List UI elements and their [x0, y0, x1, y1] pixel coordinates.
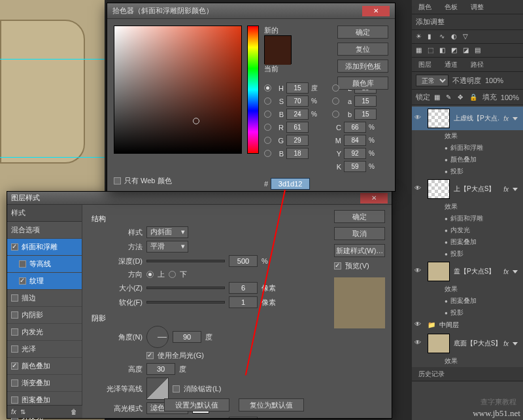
tab-channels[interactable]: 通道: [438, 58, 464, 71]
mixer-icon[interactable]: ◪: [463, 46, 471, 54]
layer-thumb[interactable]: [428, 179, 450, 199]
k-input[interactable]: [344, 161, 366, 172]
fx-item[interactable]: 投影: [412, 248, 523, 260]
web-only-check[interactable]: [114, 177, 121, 184]
bal-icon[interactable]: ⬚: [428, 46, 435, 54]
tab-layers[interactable]: 图层: [412, 58, 438, 71]
m-input[interactable]: [344, 135, 366, 146]
layer-row[interactable]: 👁 上虚线【P大点… fx: [412, 107, 523, 130]
fx-header[interactable]: 效果: [412, 130, 523, 142]
dialog-titlebar[interactable]: 拾色器（斜面和浮雕阴影颜色） ✕: [107, 3, 395, 19]
curves-icon[interactable]: ∿: [439, 33, 447, 41]
bch-radio[interactable]: [264, 150, 271, 157]
fx-header[interactable]: 效果: [412, 201, 523, 213]
fill-value[interactable]: 100%: [501, 94, 519, 101]
checkbox-icon[interactable]: [11, 379, 18, 387]
vibrance-icon[interactable]: ▽: [463, 33, 471, 41]
preview-check[interactable]: [334, 262, 341, 270]
reset-button[interactable]: 复位: [337, 43, 388, 56]
tab-paths[interactable]: 路径: [464, 58, 490, 71]
fx-header[interactable]: 效果: [412, 283, 523, 295]
checkbox-icon[interactable]: [11, 328, 18, 336]
new-style-button[interactable]: 新建样式(W)…: [334, 244, 385, 257]
visibility-icon[interactable]: 👁: [414, 267, 424, 276]
bc-input[interactable]: [354, 109, 377, 120]
l-radio[interactable]: [332, 84, 339, 92]
ok-button[interactable]: 确定: [337, 26, 388, 39]
photo-icon[interactable]: ◩: [451, 46, 459, 54]
chevron-down-icon[interactable]: [513, 188, 518, 191]
chevron-down-icon[interactable]: [513, 270, 518, 273]
layer-name[interactable]: 盖【P大点S】: [454, 267, 499, 276]
fx-item[interactable]: 斜面和浮雕: [412, 142, 523, 154]
lock-brush-icon[interactable]: ✎: [446, 94, 454, 101]
r-radio[interactable]: [264, 124, 271, 131]
visibility-icon[interactable]: 👁: [414, 114, 424, 123]
lock-px-icon[interactable]: ▦: [434, 94, 442, 101]
style-texture[interactable]: 纹理: [7, 273, 82, 290]
b-radio[interactable]: [264, 111, 271, 118]
add-swatch-button[interactable]: 添加到色板: [337, 60, 388, 73]
reset-default-button[interactable]: 复位为默认值: [239, 398, 304, 411]
visibility-icon[interactable]: 👁: [414, 321, 424, 330]
set-default-button[interactable]: 设置为默认值: [164, 398, 229, 411]
layer-folder[interactable]: 👁 📁 中间层: [412, 319, 523, 332]
layer-row[interactable]: 👁 盖【P大点S】 fx: [412, 260, 523, 283]
style-stroke[interactable]: 描边: [7, 290, 82, 307]
layer-name[interactable]: 中间层: [439, 321, 520, 330]
hex-input[interactable]: [271, 178, 310, 190]
g-radio[interactable]: [264, 137, 271, 144]
layer-row[interactable]: 👁 底面【P大点S】 fx: [412, 332, 523, 355]
styles-header[interactable]: 样式: [7, 205, 82, 222]
adjust-icons-row-2[interactable]: ▦ ⬚ ◧ ◩ ◪ ▤: [412, 44, 523, 58]
trash-icon[interactable]: 🗑: [71, 408, 78, 416]
dir-up-radio[interactable]: [146, 271, 154, 278]
levels-icon[interactable]: ▮: [428, 33, 435, 41]
checkbox-icon[interactable]: [19, 260, 26, 268]
r-input[interactable]: [286, 122, 309, 133]
layer-thumb[interactable]: [428, 262, 450, 281]
bw-icon[interactable]: ◧: [439, 46, 447, 54]
h-input[interactable]: [286, 82, 309, 94]
cancel-button[interactable]: 取消: [334, 227, 385, 240]
color-libs-button[interactable]: 颜色库: [337, 77, 388, 90]
checkbox-icon[interactable]: [11, 243, 18, 251]
ok-button[interactable]: 确定: [334, 210, 385, 223]
fx-badge[interactable]: fx: [503, 115, 509, 122]
gloss-contour[interactable]: [146, 377, 169, 400]
bc-radio[interactable]: [332, 111, 339, 118]
checkbox-icon[interactable]: [19, 277, 26, 285]
layer-row[interactable]: 👁 上【P大点S】 fx: [412, 177, 523, 201]
hue-slider[interactable]: [247, 26, 259, 154]
a-input[interactable]: [354, 96, 377, 107]
visibility-icon[interactable]: 👁: [414, 339, 424, 348]
style-gradient-overlay[interactable]: 渐变叠加: [7, 375, 82, 392]
checkbox-icon[interactable]: [11, 311, 18, 319]
lock-move-icon[interactable]: ✥: [458, 94, 465, 101]
depth-input[interactable]: [229, 255, 258, 267]
soften-input[interactable]: [229, 296, 258, 308]
size-slider[interactable]: [146, 287, 225, 289]
tab-color[interactable]: 颜色: [412, 1, 438, 14]
visibility-icon[interactable]: 👁: [414, 184, 424, 194]
hue-icon[interactable]: ▦: [416, 46, 424, 54]
layer-thumb[interactable]: [428, 334, 450, 353]
adjust-icons-row-1[interactable]: ☀ ▮ ∿ ◐ ▽: [412, 30, 523, 44]
fx-item[interactable]: 图案叠加: [412, 236, 523, 248]
style-inner-shadow[interactable]: 内阴影: [7, 307, 82, 324]
angle-input[interactable]: [173, 331, 201, 343]
g-input[interactable]: [286, 135, 309, 146]
history-tab[interactable]: 历史记录: [412, 367, 523, 381]
y-input[interactable]: [344, 148, 366, 159]
depth-slider[interactable]: [146, 260, 225, 262]
c-input[interactable]: [344, 122, 366, 133]
fx-item[interactable]: 投影: [412, 307, 523, 319]
layer-thumb[interactable]: [428, 109, 450, 128]
fx-badge[interactable]: fx: [503, 268, 509, 275]
new-current-swatch[interactable]: [264, 35, 292, 64]
checkbox-icon[interactable]: [11, 396, 18, 404]
altitude-input[interactable]: [146, 363, 175, 375]
bch-input[interactable]: [286, 148, 309, 159]
checkbox-icon[interactable]: [11, 294, 18, 302]
opacity-value[interactable]: 100%: [485, 77, 503, 84]
